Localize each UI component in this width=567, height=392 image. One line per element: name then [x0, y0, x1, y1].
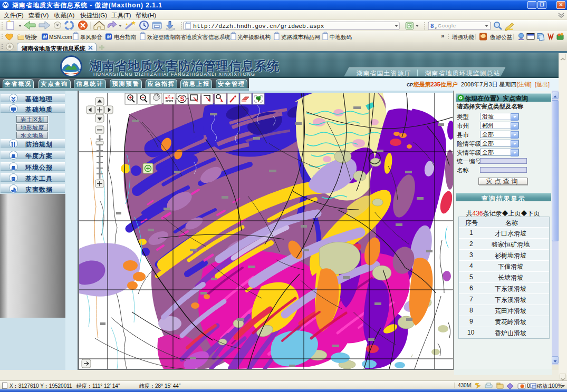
- svg-text:傲游公益: 傲游公益: [490, 34, 513, 40]
- svg-text:中地数码: 中地数码: [330, 34, 352, 40]
- svg-text:链接: 链接: [25, 34, 36, 40]
- svg-text:Google: Google: [438, 23, 456, 28]
- svg-text:览路城市精品网: 览路城市精品网: [281, 34, 320, 40]
- svg-text:增强功能: 增强功能: [451, 34, 475, 40]
- svg-text:M: M: [107, 34, 111, 40]
- svg-text:M: M: [43, 34, 47, 40]
- svg-text:MSN.com: MSN.com: [49, 34, 72, 40]
- svg-text:欢迎登陆湖南省地质灾害信息系统: 欢迎登陆湖南省地质灾害信息系统: [147, 34, 230, 40]
- svg-text:http://dzzh.hndh.gov.cn/gridwe: http://dzzh.hndh.gov.cn/gridweb.aspx: [193, 23, 324, 30]
- svg-text:8: 8: [430, 22, 434, 30]
- svg-text:电台指南: 电台指南: [114, 34, 137, 40]
- svg-text:暴风影音: 暴风影音: [80, 34, 103, 40]
- svg-text:0: 0: [527, 383, 530, 389]
- svg-text:?: ?: [168, 94, 170, 99]
- svg-text:光年摄影机构: 光年摄影机构: [237, 34, 271, 40]
- svg-text:S: S: [180, 95, 185, 103]
- svg-text:»: »: [441, 32, 445, 40]
